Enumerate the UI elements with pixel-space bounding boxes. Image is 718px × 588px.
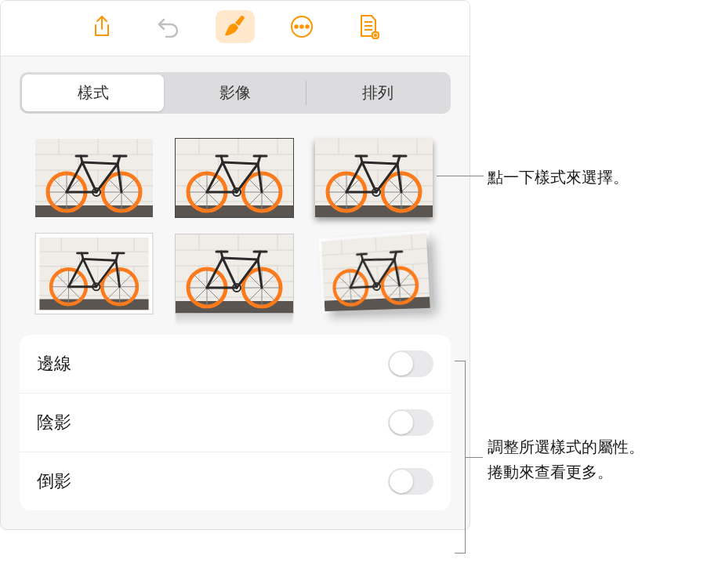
callout-properties-line1: 調整所選樣式的屬性。 xyxy=(488,434,644,459)
callout-properties-line2: 捲動來查看更多。 xyxy=(488,459,644,485)
style-thumb-1[interactable] xyxy=(35,139,153,217)
callout-properties: 調整所選樣式的屬性。 捲動來查看更多。 xyxy=(488,434,644,485)
undo-icon xyxy=(157,16,180,38)
document-button[interactable] xyxy=(349,10,388,43)
toolbar xyxy=(1,1,470,56)
format-panel: 樣式 影像 排列 邊線 陰影 倒影 xyxy=(0,0,470,530)
format-button[interactable] xyxy=(216,10,255,43)
segmented-control: 樣式 影像 排列 xyxy=(20,72,451,114)
reflection-label: 倒影 xyxy=(37,470,71,493)
callout-style-tap: 點一下樣式來選擇。 xyxy=(488,165,629,190)
shadow-toggle[interactable] xyxy=(388,409,433,436)
options-list: 邊線 陰影 倒影 xyxy=(20,335,451,510)
style-thumb-6[interactable] xyxy=(321,234,430,311)
callout-bracket xyxy=(455,361,466,554)
border-toggle[interactable] xyxy=(388,350,433,377)
style-thumb-3[interactable] xyxy=(315,139,433,217)
tab-image[interactable]: 影像 xyxy=(164,74,306,111)
option-border-row: 邊線 xyxy=(20,335,451,394)
style-thumb-4[interactable] xyxy=(39,238,149,310)
svg-point-38 xyxy=(306,25,309,28)
reflection-toggle[interactable] xyxy=(388,468,433,495)
share-button[interactable] xyxy=(82,10,121,43)
shadow-label: 陰影 xyxy=(37,411,71,434)
tab-style[interactable]: 樣式 xyxy=(22,74,164,111)
more-icon xyxy=(289,14,314,39)
document-icon xyxy=(357,14,379,39)
tab-arrange[interactable]: 排列 xyxy=(306,74,448,111)
callout-line xyxy=(437,176,484,176)
svg-point-37 xyxy=(300,25,303,28)
brush-icon xyxy=(222,14,248,39)
styles-grid xyxy=(1,123,470,335)
option-shadow-row: 陰影 xyxy=(20,394,451,452)
style-thumb-5[interactable] xyxy=(176,234,293,313)
svg-point-36 xyxy=(295,25,298,28)
svg-point-44 xyxy=(375,34,376,36)
option-reflection-row: 倒影 xyxy=(20,452,451,510)
undo-button[interactable] xyxy=(149,10,188,43)
border-label: 邊線 xyxy=(37,352,71,376)
share-icon xyxy=(92,15,112,38)
more-button[interactable] xyxy=(282,10,321,43)
style-thumb-2[interactable] xyxy=(176,139,293,217)
callout-line-2 xyxy=(466,457,483,458)
